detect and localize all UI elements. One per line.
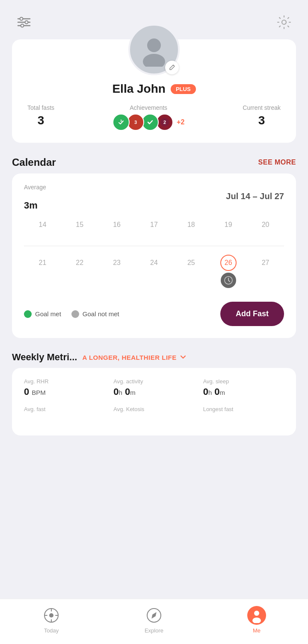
- profile-name-row: Ella John PLUS: [112, 82, 195, 96]
- legend-goal-met: Goal met: [24, 310, 61, 318]
- today-icon: [44, 608, 59, 623]
- me-icon-wrap: [247, 606, 266, 625]
- metric-ketosis-label: Avg. Ketosis: [113, 406, 194, 412]
- svg-text:2: 2: [163, 120, 166, 125]
- achievement-badge-3: [142, 114, 159, 131]
- calendar-week1: 14 15 16 17 18 19 20: [24, 213, 284, 241]
- achievements-plus: +2: [177, 118, 184, 126]
- calendar-legend: Goal met Goal not met: [24, 310, 119, 318]
- nav-explore-label: Explore: [145, 627, 163, 634]
- svg-point-18: [49, 613, 53, 618]
- metrics-grid-2: Avg. fast Avg. Ketosis Longest fast: [24, 406, 284, 425]
- goal-not-met-label: Goal not met: [83, 310, 119, 318]
- metric-rhr: Avg. RHR 0 BPM: [24, 378, 105, 397]
- date-range: Jul 14 – Jul 27: [38, 191, 284, 201]
- metric-sleep-value: 0h 0m: [203, 386, 284, 397]
- nav-today-label: Today: [44, 627, 59, 634]
- metric-fast-value: [24, 414, 105, 425]
- nav-me[interactable]: Me: [247, 606, 266, 634]
- calendar-week2: 21 22 23 24 25 26 27: [24, 251, 284, 291]
- weekly-title: Weekly Metri...: [12, 352, 77, 363]
- metric-activity-label: Avg. activity: [113, 378, 194, 385]
- metric-rhr-label: Avg. RHR: [24, 378, 105, 385]
- add-fast-button[interactable]: Add Fast: [220, 302, 284, 326]
- metric-fast: Avg. fast: [24, 406, 105, 425]
- total-fasts-stat: Total fasts 3: [27, 104, 54, 131]
- svg-point-4: [25, 21, 28, 24]
- avg-value: 3m: [24, 194, 38, 212]
- cal-day-24: 24: [136, 251, 173, 291]
- me-icon: [249, 608, 264, 623]
- svg-point-7: [147, 38, 161, 52]
- metrics-card: Avg. RHR 0 BPM Avg. activity 0h 0m Avg. …: [12, 368, 296, 435]
- calendar-divider: [24, 246, 284, 246]
- legend-goal-not-met: Goal not met: [71, 310, 119, 318]
- today-icon-wrap: [42, 606, 61, 625]
- metric-ketosis: Avg. Ketosis: [113, 406, 194, 425]
- svg-point-27: [254, 611, 259, 616]
- edit-avatar-button[interactable]: [165, 61, 179, 74]
- weekly-subtitle-button[interactable]: A LONGER, HEALTHIER LIFE: [82, 353, 187, 361]
- explore-icon-wrap: [145, 606, 163, 625]
- total-fasts-label: Total fasts: [27, 104, 54, 111]
- nav-me-label: Me: [253, 627, 261, 634]
- goal-met-label: Goal met: [35, 310, 61, 318]
- cal-day-18: 18: [172, 213, 210, 241]
- cal-day-25: 25: [172, 251, 210, 291]
- metric-sleep-label: Avg. sleep: [203, 378, 284, 385]
- streak-label: Current streak: [243, 104, 281, 111]
- bottom-nav: Today Explore Me: [0, 599, 308, 644]
- explore-icon: [146, 608, 162, 623]
- profile-card: Ella John PLUS Total fasts 3 Achievement…: [12, 39, 296, 143]
- chevron-down-icon: [179, 353, 187, 361]
- cal-day-21: 21: [24, 251, 61, 291]
- calendar-title: Calendar: [12, 156, 56, 168]
- metric-ketosis-value: [113, 414, 194, 425]
- metric-rhr-value: 0 BPM: [24, 386, 105, 397]
- nav-today[interactable]: Today: [42, 606, 61, 634]
- achievement-badge-2: 3: [127, 114, 144, 131]
- fast-indicator-26: [221, 273, 236, 288]
- filter-button[interactable]: [14, 12, 34, 32]
- achievement-badge-4: 2: [156, 114, 173, 131]
- cal-day-23: 23: [98, 251, 136, 291]
- profile-name: Ella John: [112, 82, 165, 96]
- svg-text:3: 3: [134, 120, 137, 125]
- nav-explore[interactable]: Explore: [145, 606, 163, 634]
- svg-point-5: [21, 24, 24, 27]
- metric-longest-fast-label: Longest fast: [203, 406, 284, 412]
- weekly-metrics-header: Weekly Metri... A LONGER, HEALTHIER LIFE: [0, 348, 308, 368]
- cal-day-17: 17: [136, 213, 173, 241]
- achievements-label: Achievements: [130, 104, 167, 111]
- metric-activity-value: 0h 0m: [113, 386, 194, 397]
- total-fasts-value: 3: [38, 114, 44, 127]
- metric-longest-fast: Longest fast: [203, 406, 284, 425]
- avg-label: Average: [24, 184, 284, 191]
- cal-day-27: 27: [247, 251, 284, 291]
- achievements-stat: Achievements 3 3: [113, 104, 184, 131]
- stats-row: Total fasts 3 Achievements 3 3: [22, 104, 286, 131]
- streak-value: 3: [258, 114, 265, 127]
- metric-longest-fast-value: [203, 414, 284, 425]
- svg-point-6: [282, 20, 286, 24]
- goal-met-dot: [24, 310, 32, 318]
- metric-fast-label: Avg. fast: [24, 406, 105, 412]
- settings-button[interactable]: [274, 12, 294, 32]
- metric-sleep: Avg. sleep 0h 0m: [203, 378, 284, 397]
- calendar-card: Average 3m Jul 14 – Jul 27 14 15 16 17 1…: [12, 173, 296, 338]
- cal-day-19: 19: [210, 213, 247, 241]
- svg-point-3: [20, 18, 23, 21]
- cal-day-22: 22: [61, 251, 98, 291]
- plus-badge: PLUS: [171, 84, 196, 94]
- cal-day-16: 16: [98, 213, 136, 241]
- calendar-section-header: Calendar SEE MORE: [0, 153, 308, 173]
- achievements-badges: 3 3: [113, 114, 184, 131]
- cal-day-14: 14: [24, 213, 61, 241]
- see-more-button[interactable]: SEE MORE: [258, 159, 296, 166]
- achievement-badge-1: 3: [113, 114, 130, 131]
- metrics-grid-1: Avg. RHR 0 BPM Avg. activity 0h 0m Avg. …: [24, 378, 284, 397]
- svg-point-8: [143, 54, 165, 67]
- svg-point-13: [146, 118, 154, 126]
- calendar-bottom: Goal met Goal not met Add Fast: [24, 302, 284, 326]
- avatar-wrap: [128, 24, 180, 75]
